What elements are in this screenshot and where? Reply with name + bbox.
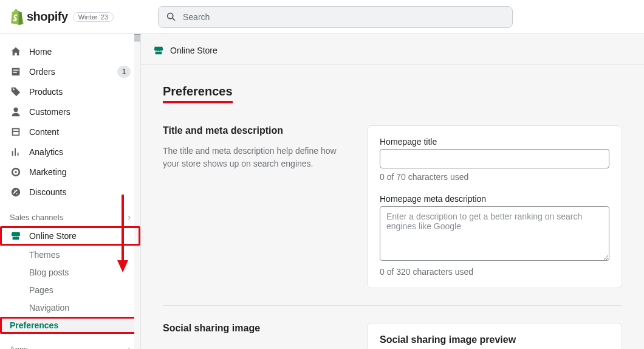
sidebar-item-analytics[interactable]: Analytics xyxy=(0,142,140,162)
sales-channels-header[interactable]: Sales channels › xyxy=(0,202,140,226)
sidebar-item-products[interactable]: Products xyxy=(0,82,140,102)
shopify-bag-icon xyxy=(10,9,24,25)
store-icon xyxy=(153,45,164,56)
breadcrumb: Online Store xyxy=(141,34,644,64)
section-title-meta: Title and meta description The title and… xyxy=(163,125,622,306)
preview-heading: Social sharing image preview xyxy=(380,334,609,345)
chevron-right-icon: › xyxy=(128,212,131,222)
sidebar-item-label: Products xyxy=(29,87,63,97)
homepage-title-input[interactable] xyxy=(380,149,609,168)
apps-header[interactable]: Apps › xyxy=(0,334,140,349)
search-icon xyxy=(166,12,177,22)
sidebar-item-label: Content xyxy=(29,127,59,137)
meta-description-count: 0 of 320 characters used xyxy=(380,267,609,277)
sidebar-item-marketing[interactable]: Marketing xyxy=(0,162,140,182)
section-label: Sales channels xyxy=(10,213,63,222)
sidebar-item-customers[interactable]: Customers xyxy=(0,102,140,122)
section-heading: Title and meta description xyxy=(163,125,345,136)
chevron-right-icon: › xyxy=(128,344,131,349)
meta-description-label: Homepage meta description xyxy=(380,194,609,204)
brand-name: shopify xyxy=(27,10,68,24)
homepage-title-label: Homepage title xyxy=(380,137,609,147)
sidebar: Home Orders 1 Products Customers Content… xyxy=(0,34,141,349)
topbar: shopify Winter '23 xyxy=(0,0,644,34)
sidebar-item-content[interactable]: Content xyxy=(0,122,140,142)
meta-description-input[interactable] xyxy=(380,206,609,261)
home-icon xyxy=(10,46,22,58)
section-heading: Social sharing image xyxy=(163,323,345,334)
store-icon xyxy=(10,230,22,242)
sidebar-item-label: Analytics xyxy=(29,147,63,157)
homepage-title-count: 0 of 70 characters used xyxy=(380,172,609,182)
section-social-sharing: Social sharing image Social sharing imag… xyxy=(163,323,622,349)
orders-badge: 1 xyxy=(117,66,131,78)
subnav-blog-posts[interactable]: Blog posts xyxy=(0,264,140,281)
subnav-navigation[interactable]: Navigation xyxy=(0,299,140,316)
sidebar-item-label: Customers xyxy=(29,107,70,117)
content-icon xyxy=(10,126,22,138)
subnav-themes[interactable]: Themes xyxy=(0,246,140,263)
subnav-preferences[interactable]: Preferences xyxy=(0,317,140,334)
products-icon xyxy=(10,86,22,98)
sidebar-item-label: Discounts xyxy=(29,187,66,197)
sidebar-item-home[interactable]: Home xyxy=(0,42,140,61)
subnav-pages[interactable]: Pages xyxy=(0,282,140,299)
discounts-icon xyxy=(10,186,22,198)
sidebar-item-label: Online Store xyxy=(29,231,77,241)
marketing-icon xyxy=(10,166,22,178)
sidebar-item-online-store[interactable]: Online Store xyxy=(0,226,140,246)
search-box[interactable] xyxy=(158,6,513,28)
sidebar-item-label: Orders xyxy=(29,67,55,77)
customers-icon xyxy=(10,106,22,118)
sidebar-item-orders[interactable]: Orders 1 xyxy=(0,62,140,81)
edition-badge: Winter '23 xyxy=(73,12,114,22)
orders-icon xyxy=(10,66,22,78)
analytics-icon xyxy=(10,146,22,158)
main-content: Online Store Preferences Title and meta … xyxy=(141,34,644,349)
scrollbar-thumb[interactable] xyxy=(134,34,140,41)
sidebar-item-label: Marketing xyxy=(29,167,66,177)
section-label: Apps xyxy=(10,345,28,350)
breadcrumb-label: Online Store xyxy=(170,46,218,55)
section-description: The title and meta description help defi… xyxy=(163,145,345,170)
search-input[interactable] xyxy=(183,12,505,22)
form-card: Social sharing image preview xyxy=(367,323,622,349)
sidebar-item-label: Home xyxy=(29,47,52,57)
logo[interactable]: shopify Winter '23 xyxy=(10,9,158,25)
form-card: Homepage title 0 of 70 characters used H… xyxy=(367,125,622,288)
page-title: Preferences xyxy=(163,85,233,103)
search-container xyxy=(158,6,513,28)
sidebar-item-discounts[interactable]: Discounts xyxy=(0,182,140,202)
